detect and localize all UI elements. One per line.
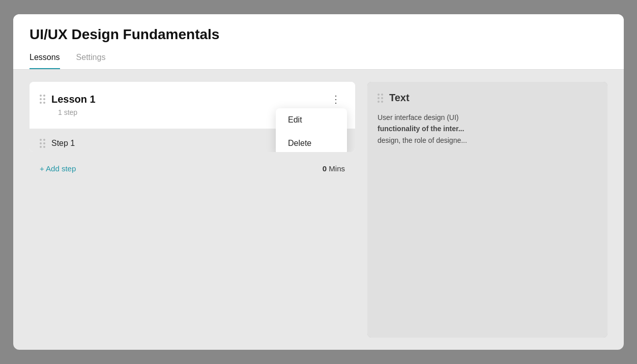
drag-dot xyxy=(43,146,45,148)
drag-dot xyxy=(40,102,42,104)
drag-dot xyxy=(381,94,383,96)
drag-dot xyxy=(378,97,380,99)
drag-dot xyxy=(378,94,380,96)
drag-dot xyxy=(40,142,42,144)
text-line-2: functionality of the inter... xyxy=(378,125,464,133)
lesson-header: Lesson 1 ⋮ xyxy=(40,92,345,106)
header: UI/UX Design Fundamentals Lessons Settin… xyxy=(13,14,624,70)
text-block-title: Text xyxy=(389,92,410,104)
drag-dot xyxy=(381,101,383,103)
tab-lessons[interactable]: Lessons xyxy=(30,53,60,69)
drag-dots xyxy=(40,95,45,104)
drag-dot xyxy=(40,146,42,148)
lesson-header-left: Lesson 1 xyxy=(40,94,96,105)
add-step-row: + Add step 0 Mins xyxy=(30,156,355,180)
drag-dot xyxy=(43,95,45,97)
text-line-1: User interface design (UI) xyxy=(378,112,597,123)
text-card: Text User interface design (UI) function… xyxy=(367,82,607,338)
drag-dot xyxy=(381,97,383,99)
text-line-3: design, the role of designe... xyxy=(378,135,597,146)
add-step-link[interactable]: + Add step xyxy=(40,164,76,173)
left-panel: Lesson 1 ⋮ 1 step Edit Delete xyxy=(30,82,355,338)
step-drag-handle[interactable] xyxy=(40,139,45,148)
tabs-bar: Lessons Settings xyxy=(30,53,607,69)
drag-dot xyxy=(43,102,45,104)
drag-dot xyxy=(43,142,45,144)
duration-value: 0 xyxy=(323,164,327,173)
drag-dot xyxy=(40,98,42,100)
step-title: Step 1 xyxy=(51,139,75,148)
drag-dot xyxy=(43,139,45,141)
text-drag-handle[interactable] xyxy=(378,94,383,103)
right-panel: Text User interface design (UI) function… xyxy=(367,82,607,338)
delete-menu-item[interactable]: Delete xyxy=(276,132,347,152)
text-card-header: Text xyxy=(378,92,597,104)
text-block-body: User interface design (UI) functionality… xyxy=(378,112,597,146)
drag-dot xyxy=(40,95,42,97)
step-drag-dots xyxy=(40,139,45,148)
duration-label: 0 Mins xyxy=(323,164,345,173)
edit-menu-item[interactable]: Edit xyxy=(276,108,347,132)
drag-handle[interactable] xyxy=(40,95,45,104)
duration-unit: Mins xyxy=(329,164,345,173)
tab-settings[interactable]: Settings xyxy=(76,53,106,69)
more-button[interactable]: ⋮ xyxy=(327,92,345,106)
main-content: Lesson 1 ⋮ 1 step Edit Delete xyxy=(13,70,624,350)
dropdown-menu: Edit Delete xyxy=(276,108,347,152)
course-title: UI/UX Design Fundamentals xyxy=(30,26,607,43)
drag-dot xyxy=(378,101,380,103)
app-window: UI/UX Design Fundamentals Lessons Settin… xyxy=(13,14,624,350)
lesson-card-wrapper: Lesson 1 ⋮ 1 step Edit Delete xyxy=(30,82,355,152)
lesson-title: Lesson 1 xyxy=(51,94,96,105)
drag-dot xyxy=(43,98,45,100)
drag-dot xyxy=(40,139,42,141)
lesson-card: Lesson 1 ⋮ 1 step Edit Delete xyxy=(30,82,355,129)
text-drag-dots xyxy=(378,94,383,103)
